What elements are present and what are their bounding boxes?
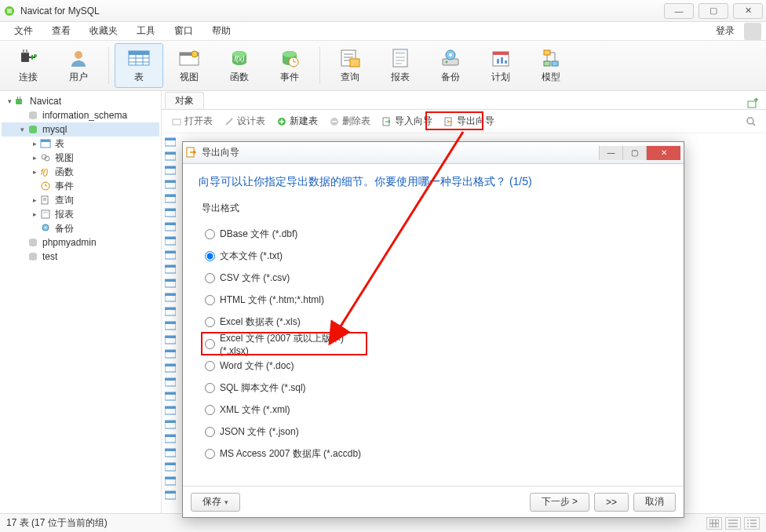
format-label: SQL 脚本文件 (*.sql) xyxy=(220,381,306,395)
toolbar-schedule-button[interactable]: 计划 xyxy=(476,43,525,88)
tree-node-报表[interactable]: ▸报表 xyxy=(2,207,159,221)
format-radio[interactable] xyxy=(205,251,215,261)
view-icon xyxy=(177,47,201,69)
menu-window[interactable]: 窗口 xyxy=(165,22,202,40)
menu-view[interactable]: 查看 xyxy=(42,22,80,40)
view-grid-icon[interactable] xyxy=(706,517,722,530)
dialog-minimize-button[interactable]: — xyxy=(599,146,622,160)
plug-icon xyxy=(16,47,40,69)
save-button[interactable]: 保存 xyxy=(191,493,240,512)
table-icon xyxy=(165,363,176,373)
tree-node-information_schema[interactable]: information_schema xyxy=(2,108,159,122)
format-option-4[interactable]: Excel 数据表 (*.xls) xyxy=(202,311,665,333)
toolbar-query-button[interactable]: 查询 xyxy=(326,43,374,88)
tree-node-函数[interactable]: ▸f()函数 xyxy=(2,165,159,179)
toolbar-user-button[interactable]: 用户 xyxy=(54,43,103,88)
format-option-1[interactable]: 文本文件 (*.txt) xyxy=(202,245,665,267)
format-option-6[interactable]: Word 文件 (*.doc) xyxy=(202,355,665,377)
import-icon xyxy=(381,116,392,127)
format-option-10[interactable]: MS Access 2007 数据库 (*.accdb) xyxy=(202,443,665,465)
toolbar-model-button[interactable]: 模型 xyxy=(527,43,575,88)
format-radio[interactable] xyxy=(205,295,215,305)
minimize-button[interactable]: — xyxy=(664,3,694,19)
login-link[interactable]: 登录 xyxy=(709,22,741,40)
format-radio[interactable] xyxy=(205,383,215,393)
skip-button[interactable]: >> xyxy=(594,493,629,512)
dialog-maximize-button[interactable]: ▢ xyxy=(622,146,646,160)
tree-node-phpmyadmin[interactable]: phpmyadmin xyxy=(2,235,159,250)
delete-table-button[interactable]: 删除表 xyxy=(324,112,375,130)
dialog-close-button[interactable]: ✕ xyxy=(646,146,680,160)
tree-node-Navicat[interactable]: ▾Navicat xyxy=(2,94,159,108)
open-icon xyxy=(171,116,182,127)
design-table-button[interactable]: 设计表 xyxy=(219,112,270,130)
svg-rect-103 xyxy=(165,463,176,465)
format-radio[interactable] xyxy=(205,427,215,437)
export-wizard-button[interactable]: 导出向导 xyxy=(439,112,499,130)
table-icon xyxy=(165,137,176,147)
format-radio[interactable] xyxy=(205,339,215,349)
format-radio[interactable] xyxy=(205,361,215,371)
cancel-button[interactable]: 取消 xyxy=(633,493,676,512)
maximize-button[interactable]: ▢ xyxy=(699,3,728,19)
event-icon xyxy=(39,180,52,191)
tree-node-表[interactable]: ▸表 xyxy=(2,137,159,151)
menu-favorites[interactable]: 收藏夹 xyxy=(80,22,127,40)
format-radio[interactable] xyxy=(205,273,215,283)
menu-file[interactable]: 文件 xyxy=(5,22,42,40)
design-table-label: 设计表 xyxy=(237,115,265,128)
avatar-icon[interactable] xyxy=(744,23,761,40)
toolbar-plug-button[interactable]: 连接 xyxy=(4,43,53,88)
toolbar-report-button[interactable]: 报表 xyxy=(376,43,425,88)
design-icon xyxy=(224,116,235,127)
svg-rect-57 xyxy=(165,138,176,140)
next-button[interactable]: 下一步 > xyxy=(530,493,589,512)
view-list-icon[interactable] xyxy=(744,517,760,530)
toolbar-table-button[interactable]: 表 xyxy=(115,43,163,88)
table-icon xyxy=(165,335,176,344)
export-wizard-dialog: 导出向导 — ▢ ✕ 向导可以让你指定导出数据的细节。你要使用哪一种导出格式？ … xyxy=(182,141,684,518)
svg-rect-59 xyxy=(165,152,176,155)
format-radio[interactable] xyxy=(205,449,215,459)
format-option-7[interactable]: SQL 脚本文件 (*.sql) xyxy=(202,377,665,399)
toolbar-view-button[interactable]: 视图 xyxy=(165,43,213,88)
import-wizard-button[interactable]: 导入向导 xyxy=(377,112,437,130)
format-option-3[interactable]: HTML 文件 (*.htm;*.html) xyxy=(202,289,665,311)
svg-rect-31 xyxy=(16,99,22,104)
format-radio[interactable] xyxy=(205,405,215,415)
format-label: XML 文件 (*.xml) xyxy=(220,403,290,417)
tree-node-事件[interactable]: 事件 xyxy=(2,179,159,193)
plus-icon xyxy=(276,116,287,127)
format-option-2[interactable]: CSV 文件 (*.csv) xyxy=(202,267,665,289)
toolbar-backup-button[interactable]: 备份 xyxy=(426,43,475,88)
close-button[interactable]: ✕ xyxy=(733,3,763,19)
format-option-8[interactable]: XML 文件 (*.xml) xyxy=(202,399,665,421)
format-radio[interactable] xyxy=(205,317,215,327)
menu-help[interactable]: 帮助 xyxy=(202,22,240,40)
toolbar-fx-button[interactable]: f(x)函数 xyxy=(215,43,264,88)
format-option-5[interactable]: Excel 文件 (2007 或以上版本) (*.xlsx) xyxy=(202,333,367,355)
fx-icon: f(x) xyxy=(228,47,251,69)
view-detail-icon[interactable] xyxy=(725,517,741,530)
format-radio[interactable] xyxy=(205,229,215,239)
toolbar-event-button[interactable]: 事件 xyxy=(265,43,314,88)
tree-node-mysql[interactable]: ▾mysql xyxy=(2,122,159,137)
model-icon xyxy=(539,47,563,69)
tree-node-test[interactable]: test xyxy=(2,250,159,264)
tree-node-备份[interactable]: 备份 xyxy=(2,221,159,235)
expand-arrow-icon: ▾ xyxy=(17,126,27,133)
menu-tools[interactable]: 工具 xyxy=(127,22,165,40)
open-table-button[interactable]: 打开表 xyxy=(166,112,217,130)
new-table-button[interactable]: 新建表 xyxy=(272,112,323,130)
tab-add-icon[interactable] xyxy=(747,98,766,109)
format-label: Word 文件 (*.doc) xyxy=(220,359,294,373)
search-icon[interactable] xyxy=(746,116,761,127)
tree-node-视图[interactable]: ▸视图 xyxy=(2,151,159,165)
table-icon xyxy=(165,264,176,274)
db-off-icon xyxy=(27,251,39,262)
format-option-9[interactable]: JSON 文件 (*.json) xyxy=(202,421,665,443)
db-on-icon xyxy=(27,124,39,135)
tree-node-查询[interactable]: ▸查询 xyxy=(2,193,159,207)
format-option-0[interactable]: DBase 文件 (*.dbf) xyxy=(202,223,665,245)
tab-objects[interactable]: 对象 xyxy=(165,92,204,109)
